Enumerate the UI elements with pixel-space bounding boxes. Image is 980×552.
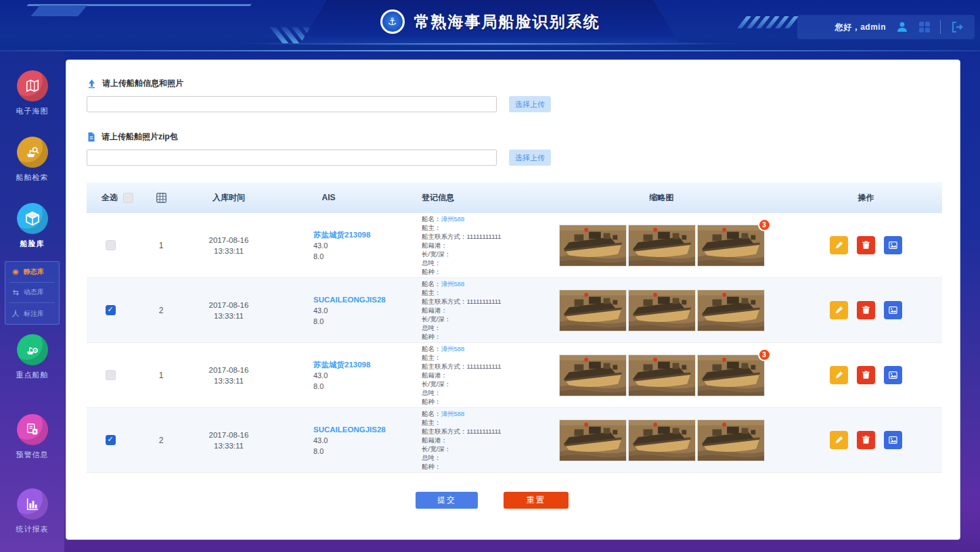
user-bar: 您好，admin [797, 15, 975, 39]
submit-button[interactable]: 提交 [416, 492, 478, 509]
sidebar-item-statistics-report[interactable]: 统计报表 [0, 488, 64, 534]
ship-thumbnail[interactable] [628, 354, 696, 396]
row-ais: 苏盐城货213098 43.0 8.0 [269, 359, 388, 392]
greeting-text: 您好，admin [835, 22, 886, 33]
choose-upload-info-button[interactable]: 选择上传 [509, 96, 551, 112]
ship-thumbnail[interactable] [559, 419, 627, 461]
notification-badge: 3 [758, 348, 771, 361]
grid-column-icon [134, 192, 188, 204]
row-actions [790, 431, 942, 449]
upload-info-label: 请上传船舶信息和照片 [102, 78, 183, 89]
user-bar-divider [940, 20, 941, 34]
row-index: 2 [134, 306, 188, 315]
upload-info-label-row: 请上传船舶信息和照片 [87, 78, 941, 89]
ais-link[interactable]: 苏盐城货213098 [313, 359, 370, 370]
ship-thumbnail[interactable] [697, 354, 765, 396]
edit-button[interactable] [830, 431, 848, 449]
anchor-logo-icon: ⚓ [380, 9, 405, 34]
row-ais: SUCAILEONGJIS28 43.0 8.0 [269, 424, 388, 457]
header-ais: AIS [269, 193, 388, 202]
ship-thumbnail[interactable] [628, 225, 696, 267]
submenu-label: 静态库 [24, 267, 44, 277]
select-all-checkbox[interactable] [123, 193, 133, 203]
ship-name-link[interactable]: 漳州588 [441, 410, 465, 417]
row-checkbox[interactable] [106, 435, 116, 445]
ship-thumbnail[interactable] [559, 225, 627, 267]
header-decoration-shape [30, 5, 87, 16]
edit-button[interactable] [830, 366, 848, 384]
submenu-item-annotation-library[interactable]: 人 标注库 [5, 308, 59, 319]
delete-button[interactable] [857, 236, 875, 254]
sidebar-item-label: 重点船舶 [16, 370, 49, 380]
delete-button[interactable] [857, 366, 875, 384]
ship-thumbnail[interactable] [628, 419, 696, 461]
notification-badge: 3 [758, 218, 771, 231]
edit-button[interactable] [830, 236, 848, 254]
user-icon[interactable] [895, 20, 909, 34]
thumbnail-group: 3 [559, 225, 765, 267]
header-far-right-stripes [742, 16, 794, 28]
ship-thumbnail[interactable] [697, 419, 765, 461]
export-image-button[interactable] [884, 431, 902, 449]
export-image-button[interactable] [884, 301, 902, 319]
row-checkbox[interactable] [106, 370, 116, 380]
header-entry-time: 入库时间 [188, 192, 269, 204]
upload-zip-label-row: 请上传船舶照片zip包 [87, 131, 941, 143]
edit-button[interactable] [830, 301, 848, 319]
ship-name-link[interactable]: 漳州588 [441, 215, 465, 223]
upload-zip-label: 请上传船舶照片zip包 [102, 131, 178, 143]
apps-grid-icon[interactable] [918, 21, 931, 33]
row-entry-time: 2017-08-1613:33:11 [188, 365, 269, 386]
sidebar-item-electronic-chart[interactable]: 电子海图 [0, 70, 64, 116]
row-checkbox[interactable] [106, 240, 116, 250]
ais-link[interactable]: 苏盐城货213098 [313, 229, 370, 240]
zip-file-icon [87, 132, 96, 142]
upload-info-input[interactable] [87, 96, 497, 112]
title-banner: ⚓ 常熟海事局船脸识别系统 [300, 0, 680, 43]
sidebar-nav: 电子海图 船舶检索 船脸库 ◉ 静态库 ⇆ 动态库 人 标注库 重 [0, 51, 64, 552]
row-registration: 船名：漳州588 船主： 船主联系方式：11111111111 船籍港： 长/宽… [388, 214, 533, 276]
static-library-icon: ◉ [12, 267, 20, 276]
ais-link[interactable]: SUCAILEONGJIS28 [313, 294, 386, 305]
ship-thumbnail[interactable] [559, 290, 627, 331]
submenu-item-static-library[interactable]: ◉ 静态库 [5, 267, 59, 277]
ship-name-link[interactable]: 漳州588 [441, 280, 465, 288]
ship-thumbnail[interactable] [628, 290, 696, 331]
person-icon: 人 [12, 308, 20, 319]
form-footer: 提交 重置 [65, 492, 919, 509]
table-row: 2 2017-08-1613:33:11 SUCAILEONGJIS28 43.… [87, 408, 942, 473]
upload-zip-row: 选择上传 [87, 150, 941, 166]
ship-thumbnail[interactable] [697, 225, 765, 267]
reset-button[interactable]: 重置 [504, 492, 569, 509]
bar-chart-icon [17, 488, 48, 520]
upload-info-row: 选择上传 [87, 96, 941, 112]
ship-name-link[interactable]: 漳州588 [441, 345, 465, 352]
export-image-button[interactable] [884, 236, 902, 254]
logout-icon[interactable] [950, 20, 965, 34]
sidebar-item-ship-search[interactable]: 船舶检索 [0, 137, 64, 183]
ship-thumbnail[interactable] [559, 354, 627, 396]
ship-thumbnail[interactable] [697, 290, 765, 331]
row-index: 1 [134, 241, 188, 250]
sidebar-item-key-ships[interactable]: 重点船舶 [0, 334, 64, 380]
submenu-divider [9, 282, 55, 283]
header-action: 操作 [790, 192, 942, 204]
sidebar-item-label: 电子海图 [16, 106, 49, 116]
choose-upload-zip-button[interactable]: 选择上传 [509, 150, 551, 166]
row-entry-time: 2017-08-1613:33:11 [188, 300, 269, 321]
submenu-item-dynamic-library[interactable]: ⇆ 动态库 [5, 288, 59, 297]
row-checkbox[interactable] [106, 305, 116, 315]
table-row: 1 2017-08-1613:33:11 苏盐城货213098 43.0 8.0… [87, 343, 942, 408]
delete-button[interactable] [857, 301, 875, 319]
upload-zip-input[interactable] [87, 150, 497, 166]
delete-button[interactable] [857, 431, 875, 449]
cube-icon [17, 203, 48, 234]
ship-gear-icon [17, 334, 48, 365]
export-image-button[interactable] [884, 366, 902, 384]
row-actions [790, 366, 942, 384]
sidebar-item-ship-face-library[interactable]: 船脸库 [0, 203, 64, 249]
ais-link[interactable]: SUCAILEONGJIS28 [313, 424, 386, 435]
row-index: 2 [134, 436, 188, 445]
thumbnail-group [559, 419, 765, 461]
sidebar-item-warning-info[interactable]: 预警信息 [0, 414, 64, 460]
